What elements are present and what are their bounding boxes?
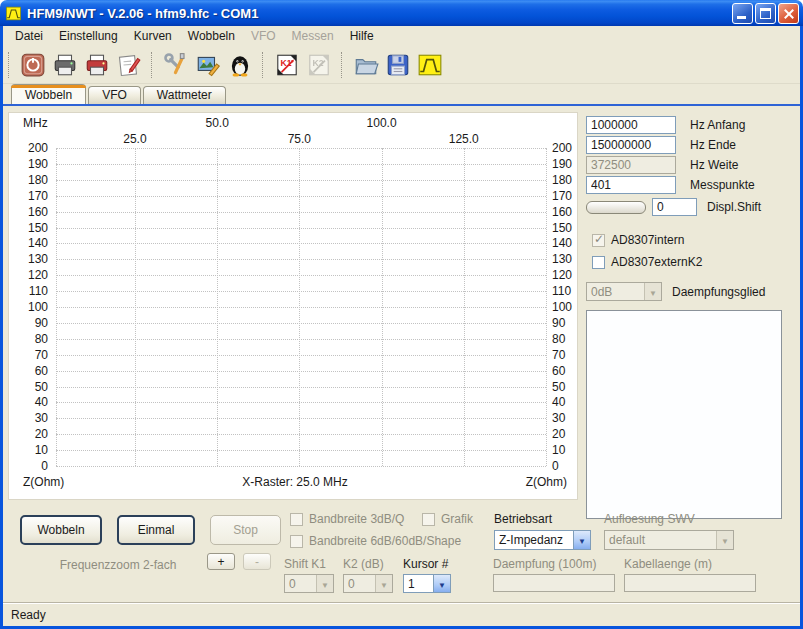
filter-curve-icon	[417, 52, 443, 78]
y-tick-label: 90	[552, 316, 565, 330]
k2-select: 0	[343, 574, 393, 593]
save-button[interactable]	[383, 50, 413, 80]
grid-line-horizontal	[56, 212, 546, 213]
y-tick-label: 150	[552, 221, 572, 235]
menu-item-datei[interactable]: Datei	[7, 27, 51, 45]
y-tick-label: 100	[552, 300, 572, 314]
grid-line-horizontal	[56, 434, 546, 435]
bandbreite-6db-label: Bandbreite 6dB/60dB/Shape	[309, 534, 461, 548]
app-window: HFM9/NWT - V.2.06 - hfm9.hfc - COM1 Date…	[0, 0, 803, 629]
window-controls	[732, 3, 799, 24]
shift-k1-group: Shift K1 0	[284, 557, 334, 593]
curve-k1-icon: K1	[274, 52, 300, 78]
y-tick-label: 50	[552, 380, 565, 394]
print-color-button[interactable]	[82, 50, 112, 80]
print-color-icon	[84, 52, 110, 78]
kursor-select[interactable]: 1	[403, 574, 451, 593]
tab-vfo[interactable]: VFO	[88, 86, 141, 104]
grid-line-horizontal	[56, 196, 546, 197]
y-tick-label: 110	[552, 284, 571, 298]
main-area: MHz 50.0100.0 25.075.0125.0 200190180170…	[3, 106, 800, 602]
menu-item-hilfe[interactable]: Hilfe	[342, 27, 382, 45]
kabellaenge-group: Kabellaenge (m)	[624, 557, 756, 592]
info-listbox[interactable]	[586, 310, 782, 519]
frequenzzoom-label: Frequenzzoom 2-fach	[33, 558, 203, 572]
hz-anfang-input[interactable]	[586, 116, 676, 134]
displ-shift-slider[interactable]	[586, 201, 646, 214]
hz-weite-label: Hz Weite	[690, 158, 738, 172]
y-tick-label: 170	[28, 189, 48, 203]
grid-line-horizontal	[56, 228, 546, 229]
displ-shift-label: Displ.Shift	[707, 200, 761, 214]
betriebsart-select[interactable]: Z-Impedanz	[494, 530, 591, 550]
kursor-group: Kursor # 1	[403, 557, 451, 593]
grafik-row: Grafik	[422, 512, 473, 526]
window-content: DateiEinstellungKurvenWobbelnVFOMessenHi…	[3, 26, 800, 626]
y-axis-title-right: Z(Ohm)	[526, 475, 567, 489]
edit-report-button[interactable]	[114, 50, 144, 80]
y-tick-label: 100	[28, 300, 48, 314]
grid-line-vertical	[135, 148, 136, 466]
maximize-button[interactable]	[755, 3, 776, 24]
x-tick-label: 100.0	[367, 116, 397, 130]
y-tick-label: 170	[552, 189, 572, 203]
y-tick-label: 160	[552, 205, 572, 219]
ad8307externk2-label: AD8307externK2	[611, 255, 702, 269]
y-tick-label: 200	[28, 141, 48, 155]
y-tick-label: 90	[35, 316, 48, 330]
grid-line-horizontal	[56, 180, 546, 181]
y-tick-label: 30	[35, 411, 48, 425]
displ-shift-input[interactable]	[652, 198, 697, 216]
title-bar: HFM9/NWT - V.2.06 - hfm9.hfc - COM1	[0, 0, 803, 26]
grid-line-horizontal	[56, 466, 546, 467]
y-tick-label: 50	[35, 380, 48, 394]
plot-boundary	[546, 148, 547, 466]
y-tick-label: 190	[28, 157, 48, 171]
grid-line-horizontal	[56, 387, 546, 388]
menu-item-kurven[interactable]: Kurven	[126, 27, 180, 45]
y-tick-label: 120	[28, 268, 48, 282]
chevron-down-icon	[433, 575, 450, 592]
y-tick-label: 130	[28, 252, 48, 266]
grid-line-horizontal	[56, 307, 546, 308]
y-tick-label: 70	[552, 348, 565, 362]
einmal-button[interactable]: Einmal	[117, 515, 195, 545]
wobbeln-button[interactable]: Wobbeln	[20, 515, 102, 545]
aufloesung-swv-select: default	[604, 530, 734, 550]
screenshot-button[interactable]	[193, 50, 223, 80]
chevron-down-icon	[573, 531, 590, 549]
menu-item-einstellung[interactable]: Einstellung	[51, 27, 126, 45]
filter-curve-button[interactable]	[415, 50, 445, 80]
bandbreite-3db-label: Bandbreite 3dB/Q	[309, 512, 404, 526]
screenshot-icon	[195, 52, 221, 78]
y-tick-label: 70	[35, 348, 48, 362]
penguin-button[interactable]	[225, 50, 255, 80]
print-button[interactable]	[50, 50, 80, 80]
settings-tools-button[interactable]	[161, 50, 191, 80]
grid-line-horizontal	[56, 164, 546, 165]
tab-wattmeter[interactable]: Wattmeter	[143, 86, 226, 104]
bandbreite-6db-row: Bandbreite 6dB/60dB/Shape	[290, 534, 461, 548]
curve-k1-button[interactable]: K1	[272, 50, 302, 80]
shift-k1-value: 0	[285, 575, 316, 592]
hz-ende-input[interactable]	[586, 136, 676, 154]
y-tick-label: 40	[552, 395, 565, 409]
open-folder-button[interactable]	[351, 50, 381, 80]
toolbar-separator	[341, 52, 345, 78]
messpunkte-input[interactable]	[586, 176, 676, 194]
power-off-button[interactable]	[18, 50, 48, 80]
tab-bar: WobbelnVFOWattmeter	[3, 84, 800, 104]
close-button[interactable]	[778, 3, 799, 24]
ad8307externk2-checkbox[interactable]	[592, 256, 605, 269]
hz-ende-row: Hz Ende	[586, 136, 798, 154]
tab-wobbeln[interactable]: Wobbeln	[11, 84, 86, 104]
chevron-down-icon	[316, 575, 333, 592]
minimize-button[interactable]	[732, 3, 753, 24]
betriebsart-group: Betriebsart Z-Impedanz	[494, 512, 591, 550]
y-tick-label: 180	[552, 173, 572, 187]
zoom-plus-button[interactable]: +	[207, 553, 235, 570]
shift-k1-label: Shift K1	[284, 557, 334, 571]
menu-item-wobbeln[interactable]: Wobbeln	[180, 27, 243, 45]
plot-grid	[56, 148, 546, 466]
daempfungsglied-select: 0dB	[586, 282, 662, 301]
